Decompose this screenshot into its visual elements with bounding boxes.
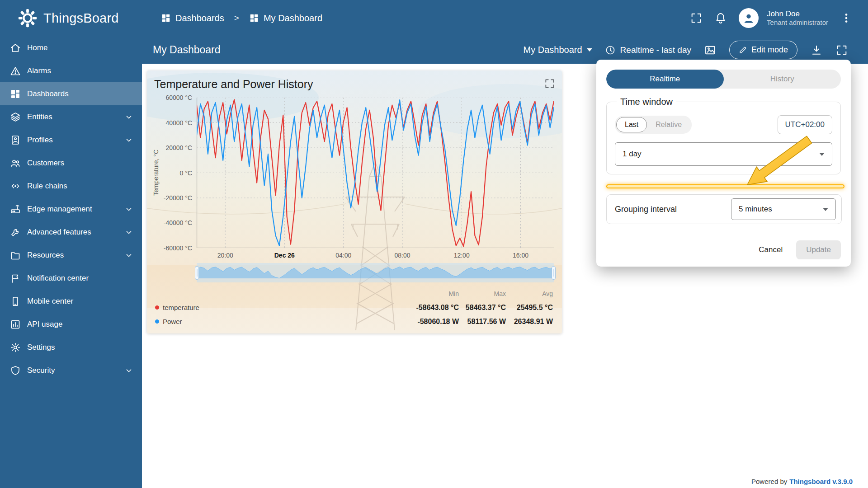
footer: Powered byThingsboard v.3.9.0 [751, 478, 853, 485]
cancel-button[interactable]: Cancel [759, 245, 783, 254]
y-axis-ticks: 60000 °C40000 °C 20000 °C0 °C -20000 °C-… [156, 98, 192, 248]
shield-icon [10, 365, 21, 376]
breadcrumb-current-dashboard[interactable]: My Dashboard [249, 13, 322, 23]
chevron-down-icon [124, 366, 134, 375]
timewindow-label: Realtime - last day [620, 45, 691, 55]
time-window-section: Time window Last Relative UTC+02:00 1 da… [606, 97, 841, 174]
widget-fullscreen-icon[interactable] [544, 78, 556, 89]
legend-toggle-temperature[interactable]: temperature [155, 304, 412, 311]
wrench-icon [10, 227, 21, 238]
legend-header-row: Min Max Avg [155, 286, 553, 300]
home-icon [10, 42, 21, 53]
fullscreen-button[interactable] [690, 12, 703, 24]
folder-icon [10, 250, 21, 261]
power-avg-value: 26348.91 W [506, 318, 553, 326]
dashboard-state-label: My Dashboard [524, 45, 582, 55]
legend-row-power: Power -58060.18 W 58117.56 W 26348.91 W [155, 314, 553, 328]
widget-title: Temperature and Power History [154, 78, 313, 91]
power-max-value: 58117.56 W [459, 318, 506, 326]
user-role: Tenant administrator [767, 19, 828, 27]
caret-down-icon [819, 153, 825, 156]
grouping-interval-section: Grouping interval 5 minutes [606, 194, 842, 224]
time-series-chart[interactable]: Temperature, °C 60000 °C40000 °C 20000 °… [197, 98, 554, 248]
temperature-series-dot [155, 305, 159, 310]
grouping-interval-label: Grouping interval [615, 205, 677, 214]
edit-mode-button[interactable]: Edit mode [729, 41, 797, 59]
interval-value: 1 day [623, 150, 642, 159]
smartphone-icon [10, 296, 21, 307]
sidebar-item-rule-chains[interactable]: Rule chains [0, 174, 142, 197]
x-axis-ticks: 20:00Dec 26 04:0008:00 12:0016:00 [197, 252, 554, 261]
people-icon [10, 158, 21, 169]
sidebar: Home Alarms Dashboards Entities Profiles… [0, 36, 142, 488]
timewindow-tabs: Realtime History [606, 70, 841, 89]
timezone-button[interactable]: UTC+02:00 [778, 115, 832, 134]
timewindow-interval-select[interactable]: 1 day [615, 142, 832, 166]
legend-header-max: Max [459, 290, 506, 297]
more-menu-button[interactable] [840, 12, 853, 24]
warning-icon [10, 66, 21, 76]
legend-header-min: Min [412, 290, 459, 297]
sidebar-item-notification-center[interactable]: Notification center [0, 267, 142, 290]
chevron-down-icon [124, 250, 134, 260]
timewindow-button[interactable]: Realtime - last day [605, 45, 691, 56]
popup-actions: Cancel Update [606, 240, 841, 259]
sidebar-item-advanced-features[interactable]: Advanced features [0, 221, 142, 244]
sidebar-item-home[interactable]: Home [0, 36, 142, 59]
export-dashboard-button[interactable] [810, 44, 823, 56]
app-logo[interactable]: ThingsBoard [0, 8, 142, 28]
dashboard-fullscreen-button[interactable] [835, 44, 848, 56]
timeseries-widget: Temperature and Power History Temperatur… [147, 70, 562, 333]
sidebar-item-alarms[interactable]: Alarms [0, 59, 142, 82]
breadcrumb-separator: > [234, 13, 239, 23]
tab-history[interactable]: History [724, 70, 841, 89]
update-button[interactable]: Update [796, 240, 841, 259]
legend-toggle-power[interactable]: Power [155, 318, 412, 325]
dashboard-state-selector[interactable]: My Dashboard [524, 45, 592, 55]
sidebar-item-dashboards[interactable]: Dashboards [0, 82, 142, 105]
timeline-left-handle[interactable] [195, 266, 199, 280]
top-header: ThingsBoard Dashboards > My Dashboard [0, 0, 868, 36]
last-toggle[interactable]: Last [616, 117, 647, 132]
flag-icon [10, 273, 21, 284]
download-icon [810, 44, 823, 56]
thingsboard-version-link[interactable]: Thingsboard v.3.9.0 [789, 478, 853, 485]
sidebar-item-mobile-center[interactable]: Mobile center [0, 290, 142, 313]
thingsboard-logo-icon [17, 8, 38, 28]
sidebar-item-entities[interactable]: Entities [0, 105, 142, 128]
user-info: John Doe Tenant administrator [767, 9, 828, 27]
sidebar-item-resources[interactable]: Resources [0, 244, 142, 267]
sidebar-item-security[interactable]: Security [0, 359, 142, 382]
grouping-interval-select[interactable]: 5 minutes [731, 198, 836, 220]
breadcrumb: Dashboards > My Dashboard [161, 13, 322, 23]
user-icon [742, 11, 755, 25]
breadcrumb-root-label: Dashboards [175, 13, 224, 23]
notifications-button[interactable] [714, 12, 727, 24]
dashboards-icon [161, 13, 171, 23]
power-series-dot [155, 319, 159, 324]
timeline-right-handle[interactable] [552, 266, 556, 280]
temperature-min-value: -58643.08 °C [412, 304, 459, 312]
gear-icon [10, 342, 21, 353]
sidebar-item-api-usage[interactable]: API usage [0, 313, 142, 336]
kebab-menu-icon [840, 12, 853, 24]
grouping-interval-value: 5 minutes [739, 205, 772, 214]
temperature-max-value: 58463.37 °C [459, 304, 506, 312]
relative-toggle[interactable]: Relative [647, 117, 690, 132]
sidebar-item-edge-management[interactable]: Edge management [0, 197, 142, 221]
sidebar-item-settings[interactable]: Settings [0, 336, 142, 359]
sidebar-item-customers[interactable]: Customers [0, 151, 142, 174]
chart-icon [10, 319, 21, 330]
power-min-value: -58060.18 W [412, 318, 459, 326]
tab-realtime[interactable]: Realtime [606, 70, 724, 89]
timeline-scrubber[interactable] [197, 263, 554, 282]
dashboard-image-button[interactable] [704, 44, 717, 56]
dashboard-icon [249, 13, 259, 23]
sidebar-item-profiles[interactable]: Profiles [0, 128, 142, 151]
powered-by-text: Powered by [751, 478, 787, 485]
avatar[interactable] [739, 8, 759, 28]
breadcrumb-dashboards[interactable]: Dashboards [161, 13, 224, 23]
fullscreen-icon [690, 12, 703, 24]
router-icon [10, 204, 21, 215]
temperature-avg-value: 25495.5 °C [506, 304, 553, 312]
